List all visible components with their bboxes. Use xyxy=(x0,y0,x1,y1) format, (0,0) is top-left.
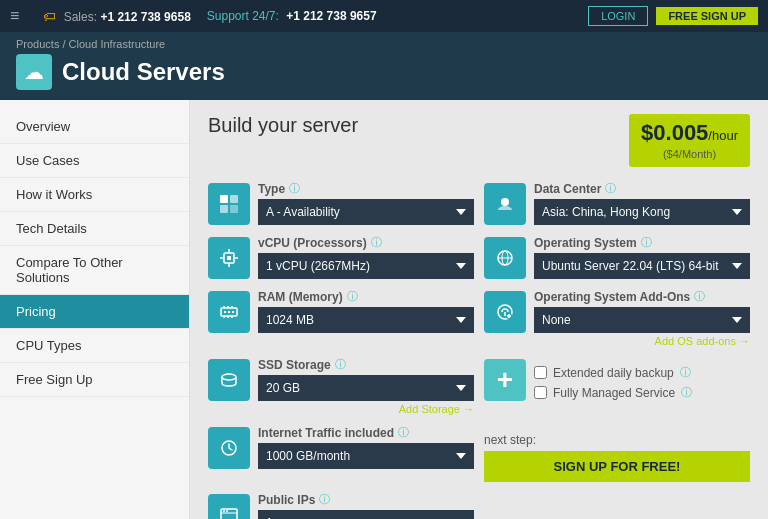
ram-content: RAM (Memory) ⓘ 1024 MB xyxy=(258,289,474,333)
build-title: Build your server xyxy=(208,114,358,137)
os-addons-label: Operating System Add-Ons xyxy=(534,290,690,304)
traffic-icon xyxy=(208,427,250,469)
ram-label: RAM (Memory) xyxy=(258,290,343,304)
traffic-content: Internet Traffic included ⓘ 1000 GB/mont… xyxy=(258,425,474,469)
page-title: Cloud Servers xyxy=(62,58,225,86)
free-signup-button[interactable]: FREE SIGN UP xyxy=(656,7,758,25)
os-select[interactable]: Ubuntu Server 22.04 (LTS) 64-bit xyxy=(534,253,750,279)
datacenter-config: Data Center ⓘ Asia: China, Hong Kong xyxy=(484,181,750,225)
svg-point-4 xyxy=(501,198,509,206)
storage-info-icon[interactable]: ⓘ xyxy=(335,357,346,372)
public-ips-select[interactable]: 1 xyxy=(258,510,474,519)
add-storage-link[interactable]: Add Storage → xyxy=(258,403,474,415)
vcpu-content: vCPU (Processors) ⓘ 1 vCPU (2667MHz) xyxy=(258,235,474,279)
sales-label: Sales: xyxy=(64,10,97,24)
sidebar-item-cpu-types[interactable]: CPU Types xyxy=(0,329,189,363)
svg-rect-2 xyxy=(220,205,228,213)
type-select[interactable]: A - Availability xyxy=(258,199,474,225)
topbar-right: LOGIN FREE SIGN UP xyxy=(588,6,758,26)
os-addons-info-icon[interactable]: ⓘ xyxy=(694,289,705,304)
ram-icon xyxy=(208,291,250,333)
ram-config: RAM (Memory) ⓘ 1024 MB xyxy=(208,289,474,347)
storage-icon xyxy=(208,359,250,401)
breadcrumb: Products / Cloud Infrastructure xyxy=(16,38,752,50)
datacenter-label: Data Center xyxy=(534,182,601,196)
os-info-icon[interactable]: ⓘ xyxy=(641,235,652,250)
svg-rect-17 xyxy=(232,311,234,313)
traffic-select[interactable]: 1000 GB/month xyxy=(258,443,474,469)
type-icon xyxy=(208,183,250,225)
sidebar-item-compare[interactable]: Compare To Other Solutions xyxy=(0,246,189,295)
cloud-servers-icon: ☁ xyxy=(16,54,52,90)
extended-backup-row[interactable]: Extended daily backup ⓘ xyxy=(534,365,750,380)
storage-content: SSD Storage ⓘ 20 GB Add Storage → xyxy=(258,357,474,415)
sidebar-item-overview[interactable]: Overview xyxy=(0,110,189,144)
traffic-label-row: Internet Traffic included ⓘ xyxy=(258,425,474,440)
ram-info-icon[interactable]: ⓘ xyxy=(347,289,358,304)
sales-phone: +1 212 738 9658 xyxy=(100,10,190,24)
topbar-left: ≡ 🏷 Sales: +1 212 738 9658 Support 24/7:… xyxy=(10,7,377,25)
hamburger-icon[interactable]: ≡ xyxy=(10,7,19,25)
topbar: ≡ 🏷 Sales: +1 212 738 9658 Support 24/7:… xyxy=(0,0,768,32)
os-addons-config: Operating System Add-Ons ⓘ None Add OS a… xyxy=(484,289,750,347)
next-step-config: next step: SIGN UP FOR FREE! xyxy=(484,425,750,482)
os-config: Operating System ⓘ Ubuntu Server 22.04 (… xyxy=(484,235,750,279)
traffic-label: Internet Traffic included xyxy=(258,426,394,440)
price-month: ($4/Month) xyxy=(663,148,716,160)
support-phone: +1 212 738 9657 xyxy=(286,9,376,23)
os-addons-select[interactable]: None xyxy=(534,307,750,333)
main-content: Build your server $0.005/hour ($4/Month)… xyxy=(190,100,768,519)
support-section: Support 24/7: +1 212 738 9657 xyxy=(207,9,377,23)
sidebar-item-pricing[interactable]: Pricing xyxy=(0,295,189,329)
type-info-icon[interactable]: ⓘ xyxy=(289,181,300,196)
title-wrap: ☁ Cloud Servers xyxy=(16,54,752,90)
vcpu-select[interactable]: 1 vCPU (2667MHz) xyxy=(258,253,474,279)
page-header: Products / Cloud Infrastructure ☁ Cloud … xyxy=(0,32,768,100)
traffic-info-icon[interactable]: ⓘ xyxy=(398,425,409,440)
fully-managed-checkbox[interactable] xyxy=(534,386,547,399)
public-ips-label: Public IPs xyxy=(258,493,315,507)
ram-select[interactable]: 1024 MB xyxy=(258,307,474,333)
breadcrumb-current: Cloud Infrastructure xyxy=(69,38,166,50)
os-label: Operating System xyxy=(534,236,637,250)
vcpu-info-icon[interactable]: ⓘ xyxy=(371,235,382,250)
public-ips-info-icon[interactable]: ⓘ xyxy=(319,492,330,507)
extended-backup-label: Extended daily backup xyxy=(553,366,674,380)
fully-managed-info-icon[interactable]: ⓘ xyxy=(681,385,692,400)
extended-backup-checkbox[interactable] xyxy=(534,366,547,379)
type-label-row: Type ⓘ xyxy=(258,181,474,196)
sidebar-item-use-cases[interactable]: Use Cases xyxy=(0,144,189,178)
sidebar-item-free-signup[interactable]: Free Sign Up xyxy=(0,363,189,397)
svg-point-29 xyxy=(222,374,236,380)
next-step-label: next step: xyxy=(484,433,750,447)
login-button[interactable]: LOGIN xyxy=(588,6,648,26)
vcpu-label-row: vCPU (Processors) ⓘ xyxy=(258,235,474,250)
sidebar: Overview Use Cases How it Works Tech Det… xyxy=(0,100,190,519)
price-box: $0.005/hour ($4/Month) xyxy=(629,114,750,167)
signup-free-button[interactable]: SIGN UP FOR FREE! xyxy=(484,451,750,482)
config-grid: Type ⓘ A - Availability Data Center ⓘ xyxy=(208,181,750,519)
fully-managed-row[interactable]: Fully Managed Service ⓘ xyxy=(534,385,750,400)
extras-content: Extended daily backup ⓘ Fully Managed Se… xyxy=(534,357,750,405)
storage-select[interactable]: 20 GB xyxy=(258,375,474,401)
sidebar-item-tech-details[interactable]: Tech Details xyxy=(0,212,189,246)
os-content: Operating System ⓘ Ubuntu Server 22.04 (… xyxy=(534,235,750,279)
add-icon: + xyxy=(484,359,526,401)
datacenter-info-icon[interactable]: ⓘ xyxy=(605,181,616,196)
type-label: Type xyxy=(258,182,285,196)
main-layout: Overview Use Cases How it Works Tech Det… xyxy=(0,100,768,519)
breadcrumb-products[interactable]: Products xyxy=(16,38,59,50)
svg-rect-16 xyxy=(228,311,230,313)
sidebar-item-how-it-works[interactable]: How it Works xyxy=(0,178,189,212)
storage-label: SSD Storage xyxy=(258,358,331,372)
sales-icon: 🏷 xyxy=(43,9,56,24)
os-icon xyxy=(484,237,526,279)
add-os-addons-link[interactable]: Add OS add-ons → xyxy=(534,335,750,347)
fully-managed-label: Fully Managed Service xyxy=(553,386,675,400)
sales-section: 🏷 Sales: +1 212 738 9658 xyxy=(43,9,190,24)
svg-rect-0 xyxy=(220,195,228,203)
datacenter-select[interactable]: Asia: China, Hong Kong xyxy=(534,199,750,225)
extended-backup-info-icon[interactable]: ⓘ xyxy=(680,365,691,380)
os-addons-icon xyxy=(484,291,526,333)
os-addons-label-row: Operating System Add-Ons ⓘ xyxy=(534,289,750,304)
